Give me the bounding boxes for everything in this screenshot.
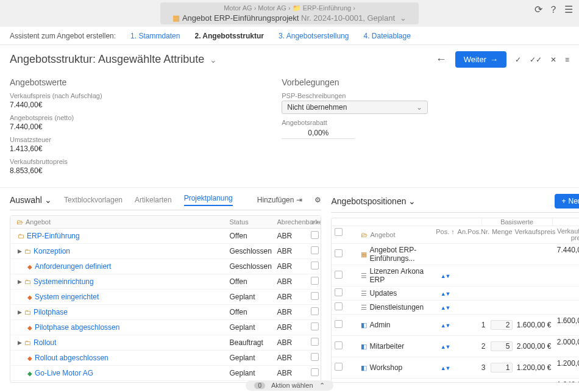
row-checkbox[interactable] (311, 231, 319, 239)
table-row[interactable]: ▶ 🗀 RolloutBeauftragtABR (10, 335, 321, 351)
table-row[interactable]: ▶ 🗀 SystemeinrichtungOffenABR (10, 274, 321, 290)
row-name[interactable]: Pilotphase (34, 308, 68, 316)
move-down-icon[interactable]: ▼ (446, 273, 450, 279)
row-checkbox[interactable] (311, 338, 319, 346)
row-checkbox[interactable] (311, 277, 319, 285)
row-checkbox[interactable] (335, 288, 343, 296)
row-checkbox[interactable] (335, 320, 343, 328)
row-checkbox[interactable] (335, 363, 343, 371)
row-name[interactable]: Workshop (369, 363, 402, 372)
col-vkp[interactable]: Verkaufs- preis (553, 226, 579, 243)
col-anpos[interactable]: An.Pos.Nr. (456, 226, 487, 243)
row-checkbox[interactable] (335, 249, 343, 257)
row-checkbox[interactable] (335, 302, 343, 310)
chevron-down-icon[interactable]: ⌄ (400, 13, 407, 23)
step-2[interactable]: 2. Angebotsstruktur (194, 32, 264, 40)
help-icon[interactable]: ？ (549, 4, 558, 16)
expand-icon[interactable]: ▶ (18, 309, 22, 315)
table-row[interactable]: ◆ Pilotphase abgeschlossenGeplantABR (10, 320, 321, 335)
next-button[interactable]: Weiter → (455, 51, 506, 68)
move-up-icon[interactable]: ▲ (441, 365, 446, 371)
table-row[interactable]: ◆ Anforderungen definiertGeschlossenABR (10, 259, 321, 274)
select-all-checkbox[interactable] (335, 228, 343, 236)
row-name[interactable]: Anforderungen definiert (35, 262, 111, 271)
tab-textblock[interactable]: Textblockvorlagen (64, 196, 123, 204)
table-row[interactable]: ☰ Updates▲▼✎ (332, 287, 579, 301)
col-status[interactable]: Status (226, 216, 273, 228)
tab-artikel[interactable]: Artikelarten (135, 196, 172, 204)
chevron-down-icon[interactable]: ⌄ (210, 55, 217, 65)
auswahl-dropdown[interactable]: Auswahl ⌄ (10, 195, 52, 205)
row-checkbox[interactable] (311, 292, 319, 300)
move-down-icon[interactable]: ▼ (446, 291, 450, 297)
hinzufuegen-button[interactable]: Hinzufügen ⇥ (257, 196, 303, 204)
col-angebot[interactable]: Angebot (26, 218, 51, 226)
row-name[interactable]: Rollout (34, 338, 56, 347)
back-icon[interactable]: ← (436, 53, 447, 66)
psp-select[interactable]: Nicht übernehmen ⌄ (282, 101, 428, 114)
filter-icon[interactable]: ⚙ (314, 196, 321, 204)
row-checkbox[interactable] (311, 368, 319, 376)
row-checkbox[interactable] (311, 246, 319, 254)
row-name[interactable]: Updates (369, 289, 397, 298)
page-title[interactable]: Angebotsstruktur: Ausgewählte Attribute … (10, 53, 436, 66)
row-name[interactable]: Mitarbeiter (369, 342, 404, 351)
positionen-dropdown[interactable]: Angebotspositionen ⌄ (331, 196, 416, 206)
check-icon[interactable]: ✓ (515, 55, 521, 64)
expand-icon[interactable]: ▶ (18, 248, 22, 254)
expand-icon[interactable]: ▶ (18, 279, 22, 285)
row-checkbox[interactable] (311, 307, 319, 315)
menu-icon[interactable]: ☰ (564, 4, 573, 16)
row-checkbox[interactable] (335, 271, 343, 279)
table-row[interactable]: ▶ 🗀 PilotphaseOffenABR (10, 305, 321, 320)
row-name[interactable]: Admin (369, 321, 390, 329)
table-row[interactable]: ◆ Rollout abgeschlossenGeplantABR (10, 351, 321, 366)
table-row[interactable]: ◆ System eingerichtetGeplantABR (10, 290, 321, 305)
row-name[interactable]: Angebot ERP-Einführungs... (369, 246, 432, 263)
table-row[interactable]: ☰ Lizenzen Arkona ERP▲▼✎ (332, 265, 579, 287)
row-name[interactable]: Pilotphase abgeschlossen (35, 323, 119, 332)
col-vk[interactable]: Verkaufspreis (514, 226, 553, 243)
neu-button[interactable]: + Neu (555, 194, 579, 208)
move-up-icon[interactable]: ▲ (441, 291, 446, 297)
action-picker[interactable]: 0 Aktion wählen ⌃ (246, 380, 333, 391)
settings-icon[interactable]: ≡ (565, 55, 569, 64)
refresh-icon[interactable]: ⟳ (535, 4, 542, 16)
row-name[interactable]: ERP-Einführung (27, 232, 80, 240)
move-down-icon[interactable]: ▼ (446, 305, 450, 311)
move-down-icon[interactable]: ▼ (446, 344, 450, 350)
expand-icon[interactable]: ▶ (18, 340, 22, 346)
table-row[interactable]: ▶ 🗀 KonzeptionGeschlossenABR (10, 244, 321, 259)
move-down-icon[interactable]: ▼ (446, 365, 450, 371)
breadcrumb[interactable]: Motor AG › Motor AG › 📁 ERP-Einführung ›… (160, 2, 418, 24)
col-menge[interactable]: Menge (487, 226, 514, 243)
row-name[interactable]: Lizenzen Arkona ERP (369, 267, 432, 284)
close-icon[interactable]: ✕ (550, 55, 556, 64)
step-3[interactable]: 3. Angebotserstellung (279, 32, 349, 40)
move-up-icon[interactable]: ▲ (441, 273, 446, 279)
row-checkbox[interactable] (311, 323, 319, 330)
row-name[interactable]: Dienstleistungen (369, 303, 424, 312)
col-abr[interactable]: Abrechenbarkeit (273, 216, 307, 228)
menge-input[interactable]: 1 (491, 363, 513, 372)
move-up-icon[interactable]: ▲ (441, 344, 446, 350)
rabatt-input[interactable]: 0,00% (282, 127, 355, 139)
row-name[interactable]: Konzeption (34, 247, 70, 255)
row-checkbox[interactable] (311, 353, 319, 361)
row-name[interactable]: Go-Live Motor AG (35, 369, 93, 377)
table-row[interactable]: 🗀 ERP-EinführungOffenABR (10, 229, 321, 244)
row-checkbox[interactable] (311, 262, 319, 269)
table-row[interactable]: ◧ Workshop▲▼311.200,00 €1.200,00 €✎ (332, 357, 579, 379)
table-row[interactable]: ☰ Dienstleistungen▲▼✎ (332, 301, 579, 315)
menge-input[interactable]: 2 (491, 320, 513, 330)
col-pos[interactable]: Pos. ↑ (435, 226, 456, 243)
row-name[interactable]: System eingerichtet (35, 293, 99, 301)
table-row[interactable]: ◧ Admin▲▼121.600,00 €1.600,00 €✎ (332, 315, 579, 336)
move-up-icon[interactable]: ▲ (441, 323, 446, 329)
move-up-icon[interactable]: ▲ (441, 305, 446, 311)
step-4[interactable]: 4. Dateiablage (363, 32, 410, 40)
row-name[interactable]: Systemeinrichtung (34, 277, 94, 286)
check-all-icon[interactable]: ✓✓ (530, 55, 542, 64)
tab-projekt[interactable]: Projektplanung (184, 194, 233, 206)
row-name[interactable]: Rollout abgeschlossen (35, 354, 108, 362)
